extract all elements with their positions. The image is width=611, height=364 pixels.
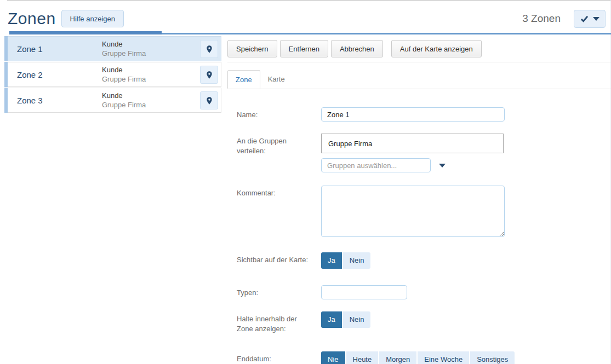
zone-info-line2: Gruppe Firma bbox=[102, 100, 146, 109]
location-pin-icon bbox=[205, 71, 214, 79]
segment-option[interactable]: Eine Woche bbox=[418, 351, 469, 364]
tab-bar: Zone Karte bbox=[227, 70, 611, 89]
segment-option[interactable]: Ja bbox=[321, 252, 342, 269]
location-pin-icon bbox=[205, 96, 214, 105]
segment-option[interactable]: Nie bbox=[321, 351, 345, 364]
group-picker-dropdown-icon[interactable] bbox=[439, 164, 446, 167]
segment-option[interactable]: Morgen bbox=[379, 351, 416, 364]
form-row-keep-inside: Halte innerhalb der Zone anzeigen: JaNei… bbox=[227, 311, 611, 334]
zone-info-line2: Gruppe Firma bbox=[102, 74, 146, 84]
zone-count-label: 3 Zonen bbox=[522, 13, 561, 25]
apply-split-button[interactable] bbox=[574, 10, 606, 28]
zone-name: Zone 3 bbox=[17, 88, 43, 112]
form-row-comment: Kommentar: bbox=[227, 186, 611, 239]
form-row-name: Name: bbox=[227, 107, 611, 122]
zone-info-line2: Gruppe Firma bbox=[102, 49, 146, 58]
show-on-map-button[interactable]: Auf der Karte anzeigen bbox=[391, 40, 482, 57]
visible-on-map-toggle: JaNein bbox=[321, 252, 370, 269]
tab-karte[interactable]: Karte bbox=[260, 70, 293, 89]
zone-list: Zone 1KundeGruppe Firma Zone 2KundeGrupp… bbox=[4, 36, 221, 113]
toolbar: Speichern Entfernen Abbrechen Auf der Ka… bbox=[227, 40, 611, 57]
zone-list-item[interactable]: Zone 1KundeGruppe Firma bbox=[4, 36, 221, 61]
zone-info: KundeGruppe Firma bbox=[102, 91, 146, 109]
segment-option[interactable]: Nein bbox=[343, 252, 371, 269]
zone-info-line1: Kunde bbox=[102, 65, 146, 74]
tab-zone[interactable]: Zone bbox=[227, 70, 260, 89]
group-picker-input[interactable] bbox=[321, 158, 431, 172]
header-underline-accent bbox=[9, 31, 162, 34]
zone-info-line1: Kunde bbox=[102, 91, 146, 100]
comment-label: Kommentar: bbox=[227, 186, 321, 198]
page-header: Zonen Hilfe anzeigen 3 Zonen bbox=[8, 7, 606, 31]
show-zone-on-map-button[interactable] bbox=[200, 40, 218, 58]
zone-form: Name: An die Gruppen verteilen: Gruppe F… bbox=[227, 107, 611, 364]
name-label: Name: bbox=[227, 107, 321, 120]
segment-option[interactable]: Heute bbox=[346, 351, 379, 364]
show-zone-on-map-button[interactable] bbox=[200, 66, 218, 84]
segment-option[interactable]: Sonstiges bbox=[470, 351, 515, 364]
zone-info: KundeGruppe Firma bbox=[102, 65, 146, 84]
types-input[interactable] bbox=[321, 285, 407, 299]
zone-list-item[interactable]: Zone 2KundeGruppe Firma bbox=[4, 62, 221, 87]
help-button[interactable]: Hilfe anzeigen bbox=[61, 10, 124, 27]
zone-info: KundeGruppe Firma bbox=[102, 39, 146, 58]
selected-groups-listbox[interactable]: Gruppe Firma bbox=[321, 134, 504, 153]
end-date-segmented-control: NieHeuteMorgenEine WocheSonstiges bbox=[321, 351, 515, 364]
form-row-groups: An die Gruppen verteilen: Gruppe Firma bbox=[227, 134, 611, 172]
zone-list-item[interactable]: Zone 3KundeGruppe Firma bbox=[4, 88, 221, 113]
location-pin-icon bbox=[205, 45, 214, 54]
page-title: Zonen bbox=[8, 9, 56, 28]
chevron-down-icon bbox=[593, 17, 599, 21]
toolbar-divider bbox=[227, 62, 611, 62]
segment-option[interactable]: Ja bbox=[321, 311, 342, 328]
form-row-visible-on-map: Sichtbar auf der Karte: JaNein bbox=[227, 252, 611, 269]
show-zone-on-map-button[interactable] bbox=[200, 91, 218, 109]
cancel-button[interactable]: Abbrechen bbox=[331, 40, 383, 57]
groups-label: An die Gruppen verteilen: bbox=[227, 134, 321, 156]
remove-button[interactable]: Entfernen bbox=[280, 40, 328, 57]
types-label: Typen: bbox=[227, 285, 321, 298]
zone-info-line1: Kunde bbox=[102, 39, 146, 49]
visible-on-map-label: Sichtbar auf der Karte: bbox=[227, 252, 321, 265]
zone-name: Zone 1 bbox=[17, 37, 43, 61]
zone-row-accent bbox=[4, 88, 8, 113]
top-divider bbox=[7, 0, 611, 1]
zone-row-accent bbox=[4, 36, 8, 61]
segment-option[interactable]: Nein bbox=[343, 311, 371, 328]
form-row-end-date: Enddatum: NieHeuteMorgenEine WocheSonsti… bbox=[227, 351, 611, 364]
save-button[interactable]: Speichern bbox=[227, 40, 277, 57]
zone-detail-panel: Speichern Entfernen Abbrechen Auf der Ka… bbox=[227, 40, 611, 364]
form-row-types: Typen: bbox=[227, 285, 611, 299]
zone-row-accent bbox=[4, 62, 8, 87]
check-icon bbox=[580, 15, 589, 22]
keep-inside-label: Halte innerhalb der Zone anzeigen: bbox=[227, 311, 321, 334]
zone-name: Zone 2 bbox=[17, 62, 43, 86]
header-underline bbox=[9, 33, 611, 34]
end-date-label: Enddatum: bbox=[227, 351, 321, 364]
zones-page: Zonen Hilfe anzeigen 3 Zonen Zone 1Kunde… bbox=[0, 0, 611, 364]
selected-group-item[interactable]: Gruppe Firma bbox=[323, 135, 502, 152]
keep-inside-toggle: JaNein bbox=[321, 311, 370, 328]
comment-textarea[interactable] bbox=[321, 186, 505, 237]
name-input[interactable] bbox=[321, 107, 505, 122]
